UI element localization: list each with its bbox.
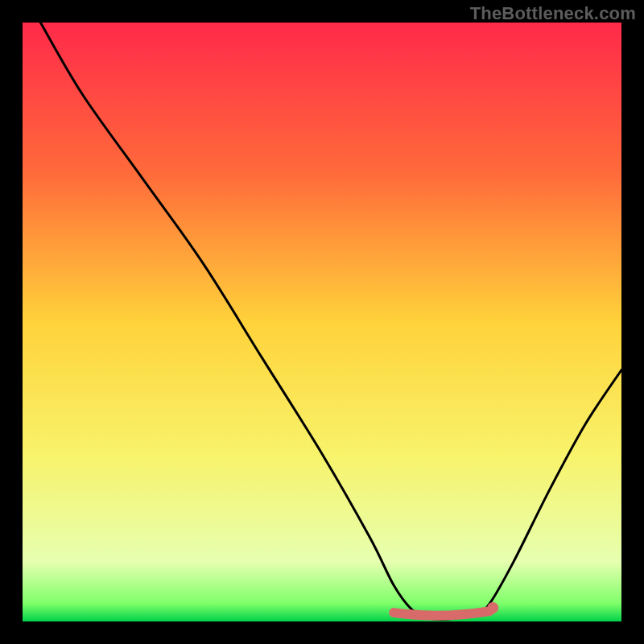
chart-frame: TheBottleneck.com	[0, 0, 644, 644]
highlight-end-dot	[487, 602, 498, 613]
plot-area	[23, 23, 621, 621]
bottleneck-curve-chart	[23, 23, 621, 621]
optimal-range-highlight	[394, 611, 489, 616]
watermark-label: TheBottleneck.com	[470, 3, 636, 24]
gradient-background	[23, 23, 621, 621]
